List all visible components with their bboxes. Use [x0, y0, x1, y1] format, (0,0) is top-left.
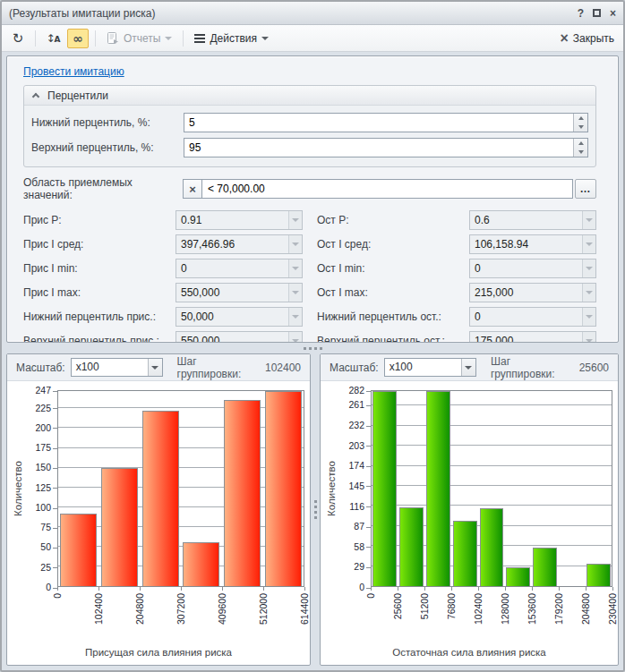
clear-range-button[interactable]: × [183, 179, 202, 199]
report-icon [107, 32, 119, 45]
residual-chart-header: Масштаб: x100 Шаг группировки: 25600 [321, 354, 618, 381]
field-value: 397,466.96 [176, 235, 288, 253]
chevron-down-icon [586, 291, 593, 294]
refresh-icon: ↻ [13, 30, 24, 47]
acceptable-range-label: Область приемлемых значений: [23, 176, 183, 201]
y-tick-label: 116 [349, 501, 364, 512]
gridline [372, 425, 612, 426]
percentiles-group-title: Перцентили [47, 89, 108, 102]
field-value: 215,000 [470, 284, 582, 302]
field-row: Ост I max:215,000 [317, 283, 596, 302]
scale-label: Масштаб: [330, 362, 379, 374]
spin-down-icon [578, 150, 584, 154]
field-value-combo: 0 [176, 259, 303, 278]
y-tick-label: 145 [348, 481, 364, 491]
dropdown-button [582, 284, 595, 302]
run-simulation-link[interactable]: Провести имитацию [23, 65, 124, 78]
spin-up-button[interactable] [574, 114, 587, 123]
gridline [372, 505, 612, 506]
reports-button: Отчеты [102, 30, 176, 47]
lower-percentile-row: Нижний перцентиль, %: [31, 113, 588, 132]
toolbar-separator [183, 30, 184, 47]
field-value: 0 [470, 308, 582, 326]
spin-down-icon [578, 125, 584, 129]
chevron-down-icon [151, 366, 158, 370]
y-tick-label: 247 [35, 385, 51, 396]
scale-combo[interactable]: x100 [384, 358, 476, 377]
dropdown-button[interactable] [461, 359, 475, 376]
field-label: Верхний перцентиль прис.: [23, 335, 176, 343]
y-tick-label: 174 [348, 460, 364, 471]
y-tick-label: 29 [354, 561, 364, 572]
close-icon: × [560, 31, 568, 46]
field-row: Верхний перцентиль прис.:550,000 [23, 331, 303, 343]
bar [399, 507, 424, 586]
y-tick-label: 0 [359, 582, 364, 592]
bar [265, 391, 302, 586]
grouping-value: 25600 [579, 362, 609, 374]
spin-up-icon [578, 141, 584, 145]
field-row: Прис I min:0 [23, 259, 303, 278]
range-ellipsis-button[interactable]: … [575, 179, 596, 199]
bar [426, 391, 450, 586]
dropdown-button [288, 211, 302, 229]
content-area: Провести имитацию Перцентили Нижний перц… [2, 52, 623, 670]
x-axis-title: Присущая сила влияния риска [7, 642, 310, 665]
link-toggle-button[interactable]: ∞ [67, 29, 89, 48]
dropdown-button [582, 308, 595, 326]
spin-up-icon [578, 116, 584, 120]
text-height-icon: ↕A [46, 32, 59, 45]
bar [142, 411, 179, 586]
grouping-value: 102400 [265, 362, 301, 374]
vertical-splitter[interactable] [311, 353, 320, 666]
percentiles-group-header[interactable]: Перцентили [24, 86, 595, 106]
field-value-combo: 215,000 [469, 283, 596, 302]
chevron-down-icon [292, 242, 299, 246]
spin-up-button[interactable] [574, 139, 587, 148]
field-label: Нижний перцентиль прис.: [23, 310, 176, 323]
close-button[interactable]: × Закрыть [560, 31, 618, 46]
chevron-down-icon [465, 366, 472, 370]
upper-percentile-input[interactable] [184, 139, 573, 157]
dropdown-button[interactable] [148, 359, 162, 376]
field-label: Верхний перцентиль ост.: [317, 335, 469, 343]
maximize-button[interactable] [593, 9, 601, 17]
scale-combo[interactable]: x100 [71, 358, 163, 377]
help-button[interactable]: ? [578, 8, 584, 19]
reports-label: Отчеты [124, 32, 160, 45]
dropdown-button [288, 235, 302, 253]
actions-menu-button[interactable]: Действия [190, 30, 273, 47]
acceptable-range-input[interactable] [202, 180, 572, 198]
collapse-icon[interactable] [32, 93, 39, 100]
auto-height-button[interactable]: ↕A [42, 29, 64, 48]
field-label: Прис I сред: [23, 238, 176, 251]
upper-percentile-row: Верхний перцентиль, %: [31, 138, 588, 157]
grouping-label: Шаг группировки: [177, 355, 260, 380]
y-tick-label: 125 [35, 482, 51, 493]
field-row: Нижний перцентиль ост.:0 [317, 307, 596, 327]
refresh-button[interactable]: ↻ [7, 29, 29, 48]
horizontal-splitter[interactable] [6, 343, 619, 353]
spin-down-button[interactable] [574, 123, 587, 132]
field-value: 550,000 [176, 284, 288, 302]
charts-row: Масштаб: x100 Шаг группировки: 102400 Ко… [6, 353, 619, 666]
upper-percentile-label: Верхний перцентиль, %: [31, 141, 184, 154]
bar [224, 400, 261, 586]
spin-down-button[interactable] [574, 148, 587, 157]
field-value: 0 [176, 259, 288, 277]
window-title: (Результаты имитации риска) [9, 7, 155, 20]
close-window-button[interactable]: × [610, 8, 616, 19]
gridline [372, 465, 612, 466]
lower-percentile-input[interactable] [184, 114, 573, 132]
field-value-combo: 0 [469, 259, 596, 278]
y-tick-label: 87 [354, 521, 364, 532]
field-label: Прис P: [23, 214, 176, 226]
y-tick-label: 58 [354, 541, 364, 552]
acceptable-range-row: Область приемлемых значений: × … [23, 176, 596, 201]
x-axis: 0102400204800307200409600512000614400 [57, 587, 304, 637]
field-row: Ост P:0.6 [317, 210, 596, 230]
y-tick-label: 225 [35, 403, 51, 413]
actions-label: Действия [210, 32, 257, 45]
y-tick-label: 282 [348, 385, 364, 396]
field-row: Верхний перцентиль ост.:175,000 [317, 331, 596, 343]
